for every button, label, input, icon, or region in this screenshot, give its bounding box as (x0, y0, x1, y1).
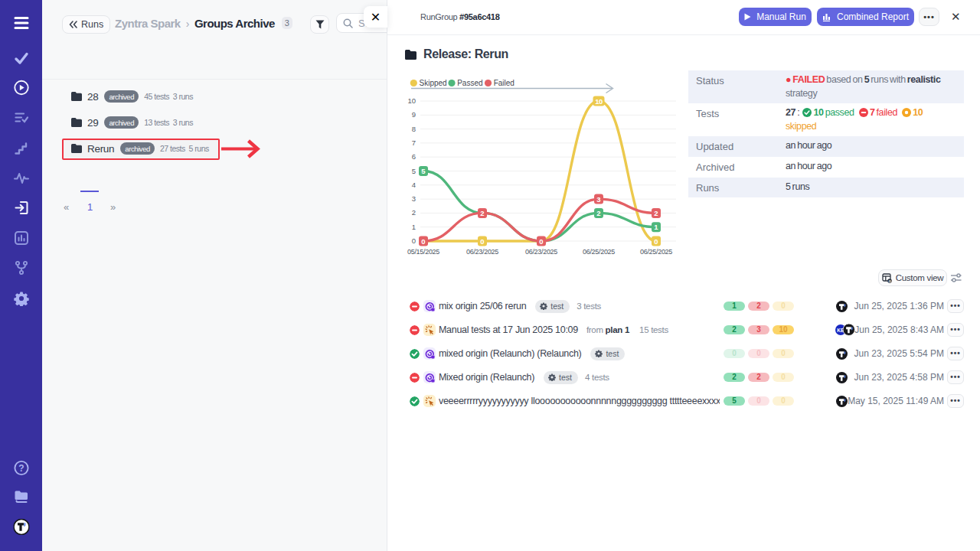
svg-text:?: ? (18, 463, 24, 474)
svg-text:6: 6 (412, 152, 416, 161)
svg-text:Skipped: Skipped (420, 79, 447, 87)
svg-text:Passed: Passed (457, 79, 482, 87)
svg-text:0: 0 (421, 237, 425, 246)
svg-text:06/25/2025: 06/25/2025 (640, 248, 672, 256)
svg-text:5: 5 (421, 167, 426, 175)
svg-text:8: 8 (412, 125, 416, 133)
svg-text:1: 1 (412, 223, 416, 231)
svg-text:3: 3 (596, 195, 600, 204)
svg-text:Failed: Failed (494, 79, 514, 87)
svg-text:0: 0 (480, 237, 484, 246)
svg-text:0: 0 (412, 236, 416, 245)
svg-text:9: 9 (412, 110, 416, 119)
svg-text:5: 5 (412, 167, 416, 175)
svg-text:2: 2 (412, 208, 416, 217)
svg-text:7: 7 (412, 139, 416, 147)
svg-text:06/23/2025: 06/23/2025 (466, 248, 498, 256)
svg-text:0: 0 (539, 237, 543, 246)
svg-text:06/23/2025: 06/23/2025 (525, 248, 557, 256)
svg-text:2: 2 (480, 209, 484, 217)
svg-text:0: 0 (654, 237, 658, 246)
svg-text:4: 4 (412, 181, 416, 189)
svg-text:⚙: ⚙ (888, 279, 891, 283)
svg-text:2: 2 (654, 209, 658, 217)
svg-text:2: 2 (596, 209, 600, 217)
svg-text:10: 10 (407, 96, 416, 105)
svg-text:06/25/2025: 06/25/2025 (583, 248, 615, 256)
svg-text:05/15/2025: 05/15/2025 (407, 248, 439, 256)
svg-text:3: 3 (412, 194, 416, 203)
svg-text:10: 10 (595, 97, 603, 106)
svg-text:1: 1 (654, 223, 658, 231)
